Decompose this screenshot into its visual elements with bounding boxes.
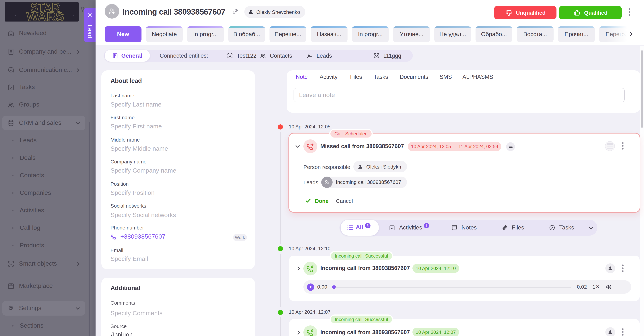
svg-text:WARS: WARS: [26, 10, 64, 22]
